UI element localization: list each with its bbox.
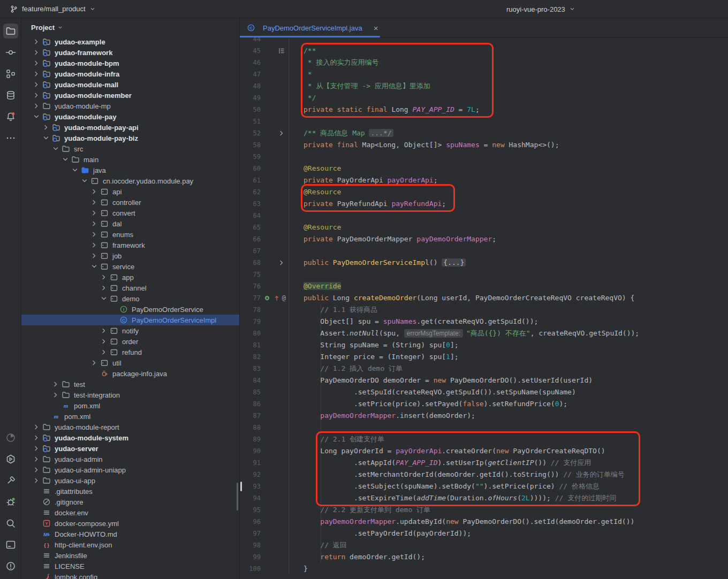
tree-item-yudao-module-member[interactable]: yudao-module-member bbox=[21, 90, 239, 101]
code-line-50[interactable]: 50private static final Long PAY_APP_ID =… bbox=[240, 104, 728, 116]
code-line-84[interactable]: 84 PayDemoOrderDO demoOrder = new PayDem… bbox=[240, 375, 728, 386]
tree-item-package-info.java[interactable]: package-info.java bbox=[21, 368, 239, 379]
code-line-63[interactable]: 63private PayRefundApi payRefundApi; bbox=[240, 198, 728, 210]
code-line-48[interactable]: 48 * 从【支付管理 -> 应用信息】里添加 bbox=[240, 80, 728, 92]
override-arrow-icon[interactable] bbox=[272, 294, 281, 302]
code-line-80[interactable]: 80 Assert.notNull(spu, errorMsgTemplate:… bbox=[240, 327, 728, 339]
tree-item-service[interactable]: service bbox=[21, 261, 239, 272]
tree-item-yudao-ui-admin-uniapp[interactable]: yudao-ui-admin-uniapp bbox=[21, 464, 239, 475]
tree-item-java[interactable]: java bbox=[21, 165, 239, 176]
chevron-down-icon[interactable] bbox=[42, 134, 50, 142]
chevron-right-icon[interactable] bbox=[32, 70, 41, 78]
code-line-89[interactable]: 89 // 2.1 创建支付单 bbox=[240, 433, 728, 445]
tree-item-app[interactable]: app bbox=[21, 272, 239, 283]
chevron-right-icon[interactable] bbox=[51, 391, 60, 399]
code-line-59[interactable]: 59 bbox=[240, 151, 728, 163]
tree-item-LICENSE[interactable]: LICENSE bbox=[21, 561, 239, 572]
structure-icon[interactable] bbox=[4, 67, 17, 80]
code-line-77[interactable]: 77@public Long createDemoOrder(Long user… bbox=[240, 292, 728, 304]
code-line-61[interactable]: 61private PayOrderApi payOrderApi; bbox=[240, 174, 728, 186]
tree-item-dal[interactable]: dal bbox=[21, 218, 239, 229]
code-line-66[interactable]: 66private PayDemoOrderMapper payDemoOrde… bbox=[240, 233, 728, 245]
chevron-right-icon[interactable] bbox=[32, 37, 41, 46]
tree-item-PayDemoOrderService[interactable]: IPayDemoOrderService bbox=[21, 304, 239, 315]
tree-item-lombok.config[interactable]: lombok.config bbox=[21, 572, 239, 579]
tree-item-yudao-module-system[interactable]: yudao-module-system bbox=[21, 432, 239, 443]
project-folder-icon[interactable] bbox=[3, 24, 18, 39]
tree-item-yudao-module-bpm[interactable]: yudao-module-bpm bbox=[21, 58, 239, 68]
chevron-right-icon[interactable] bbox=[32, 102, 41, 110]
chevron-right-icon[interactable] bbox=[32, 91, 41, 100]
tree-item-controller[interactable]: controller bbox=[21, 197, 239, 208]
tree-item-api[interactable]: api bbox=[21, 186, 239, 197]
tree-item-test-integration[interactable]: test-integration bbox=[21, 390, 239, 400]
tree-item-main[interactable]: main bbox=[21, 154, 239, 165]
code-line-86[interactable]: 86 .setPrice(price).setPayed(false).setR… bbox=[240, 398, 728, 410]
tree-item-yudao-module-mp[interactable]: yudao-module-mp bbox=[21, 101, 239, 111]
chevron-right-icon[interactable] bbox=[32, 48, 41, 57]
code-line-93[interactable]: 93 .setSubject(spuName).setBody("").setP… bbox=[240, 481, 728, 492]
chevron-right-icon[interactable] bbox=[32, 455, 41, 463]
tree-item-util[interactable]: util bbox=[21, 357, 239, 368]
tree-item-framework[interactable]: framework bbox=[21, 240, 239, 250]
code-line-45[interactable]: 45/** bbox=[240, 45, 728, 57]
code-line-52[interactable]: 52/** 商品信息 Map ...*/ bbox=[240, 127, 728, 139]
code-line-88[interactable]: 88 bbox=[240, 422, 728, 433]
code-line-97[interactable]: 97 .setPayOrderId(payOrderId)); bbox=[240, 528, 728, 539]
chevron-right-icon[interactable] bbox=[100, 348, 108, 356]
tree-item-yudao-module-pay[interactable]: yudao-module-pay bbox=[21, 111, 239, 122]
tree-item-cn.iocoder.yudao.module.pay[interactable]: cn.iocoder.yudao.module.pay bbox=[21, 176, 239, 186]
tree-item-PayDemoOrderServiceImpl[interactable]: CPayDemoOrderServiceImpl bbox=[21, 315, 239, 325]
tree-item-http-client.env.json[interactable]: { }http-client.env.json bbox=[21, 539, 239, 550]
terminal-icon[interactable] bbox=[4, 538, 17, 551]
annotation-at-icon[interactable]: @ bbox=[282, 294, 286, 302]
chevron-down-icon[interactable] bbox=[32, 112, 41, 121]
code-line-58[interactable]: 58private final Map<Long, Object[]> spuN… bbox=[240, 139, 728, 151]
tree-item-channel[interactable]: channel bbox=[21, 283, 239, 293]
chevron-right-icon[interactable] bbox=[100, 284, 108, 292]
code-line-92[interactable]: 92 .setMerchantOrderId(demoOrder.getId()… bbox=[240, 469, 728, 481]
code-line-64[interactable]: 64 bbox=[240, 210, 728, 222]
tree-item-yudao-framework[interactable]: yudao-framework bbox=[21, 47, 239, 58]
code-line-81[interactable]: 81 String spuName = (String) spu[0]; bbox=[240, 339, 728, 351]
tree-item-yudao-module-pay-biz[interactable]: yudao-module-pay-biz bbox=[21, 133, 239, 143]
code-line-94[interactable]: 94 .setExpireTime(addTime(Duration.ofHou… bbox=[240, 492, 728, 504]
chevron-right-icon[interactable] bbox=[32, 444, 41, 453]
code-line-65[interactable]: 65@Resource bbox=[240, 222, 728, 233]
code-line-100[interactable]: 100} bbox=[240, 563, 728, 575]
chevron-right-icon[interactable] bbox=[90, 219, 98, 228]
code-line-51[interactable]: 51 bbox=[240, 116, 728, 127]
search-everywhere-icon[interactable] bbox=[4, 517, 17, 530]
commit-icon[interactable] bbox=[4, 46, 17, 59]
tree-item-convert[interactable]: convert bbox=[21, 208, 239, 218]
chevron-right-icon[interactable] bbox=[100, 326, 108, 335]
code-line-87[interactable]: 87 payDemoOrderMapper.insert(demoOrder); bbox=[240, 410, 728, 422]
debug-icon[interactable] bbox=[4, 496, 17, 508]
profiler-icon[interactable] bbox=[4, 431, 17, 444]
tree-item-Jenkinsfile[interactable]: Jenkinsfile bbox=[21, 550, 239, 561]
chevron-right-icon[interactable] bbox=[51, 380, 60, 388]
tree-item-yudao-module-infra[interactable]: yudao-module-infra bbox=[21, 68, 239, 79]
tree-item-notify[interactable]: notify bbox=[21, 325, 239, 336]
fold-chevron-icon[interactable] bbox=[277, 258, 286, 267]
tree-item-pom.xml[interactable]: mpom.xml bbox=[21, 400, 239, 411]
code-line-78[interactable]: 78 // 1.1 获得商品 bbox=[240, 304, 728, 316]
code-line-99[interactable]: 99 return demoOrder.getId(); bbox=[240, 551, 728, 563]
chevron-down-icon[interactable] bbox=[51, 144, 60, 153]
project-panel-header[interactable]: Project bbox=[21, 18, 239, 36]
tree-item-refund[interactable]: refund bbox=[21, 347, 239, 357]
code-line-82[interactable]: 82 Integer price = (Integer) spu[1]; bbox=[240, 351, 728, 363]
tree-scrollbar-thumb[interactable] bbox=[237, 483, 238, 511]
close-icon[interactable]: × bbox=[374, 24, 378, 32]
more-tools-icon[interactable] bbox=[4, 132, 17, 144]
chevron-right-icon[interactable] bbox=[32, 80, 41, 89]
chevron-right-icon[interactable] bbox=[90, 230, 98, 239]
chevron-right-icon[interactable] bbox=[42, 123, 50, 132]
chevron-down-icon[interactable] bbox=[100, 294, 108, 303]
fold-list-icon[interactable] bbox=[277, 47, 286, 55]
tree-item-order[interactable]: order bbox=[21, 336, 239, 347]
chevron-right-icon[interactable] bbox=[32, 423, 41, 431]
notifications-icon[interactable] bbox=[4, 110, 17, 123]
fold-chevron-icon[interactable] bbox=[277, 129, 286, 138]
code-line-68[interactable]: 68public PayDemoOrderServiceImpl() {...} bbox=[240, 257, 728, 269]
